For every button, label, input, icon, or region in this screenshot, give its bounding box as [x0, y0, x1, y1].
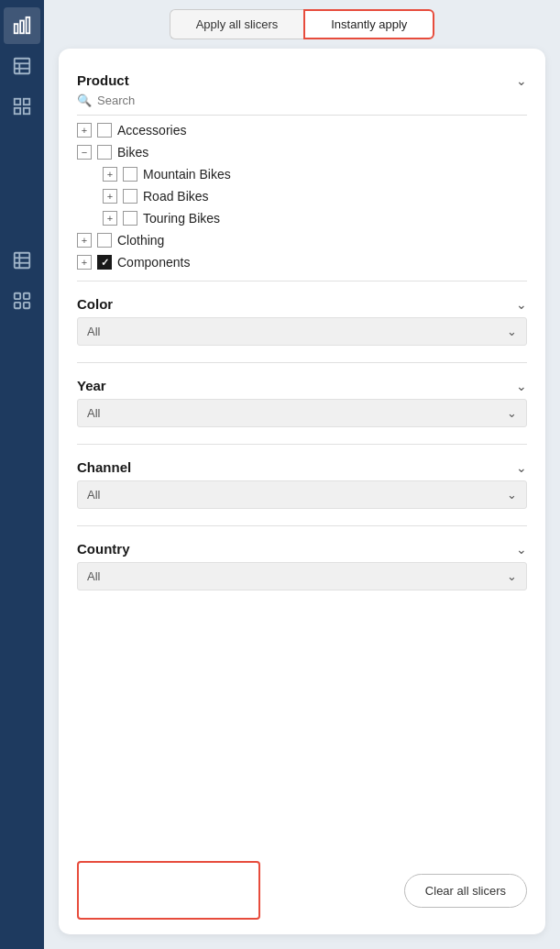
sidebar-item-grid2[interactable]	[4, 282, 40, 319]
year-filter-title: Year	[77, 378, 106, 393]
main-content: Apply all slicers Instantly apply Produc…	[44, 0, 560, 949]
product-title: Product	[77, 72, 129, 88]
svg-rect-17	[15, 303, 20, 308]
sidebar-item-bar-chart[interactable]	[4, 7, 40, 44]
product-section-header[interactable]: Product ⌄	[77, 67, 527, 94]
svg-rect-9	[15, 108, 20, 114]
country-dropdown[interactable]: All ⌄	[77, 562, 527, 590]
label-components: Components	[117, 255, 190, 270]
channel-filter-section: Channel ⌄ All ⌄	[77, 452, 527, 514]
tree-item-bikes: − Bikes	[77, 141, 527, 163]
product-search-row: 🔍	[77, 94, 527, 116]
expand-touring-bikes[interactable]: +	[103, 211, 117, 226]
color-filter-title: Color	[77, 296, 113, 312]
color-chevron: ⌄	[516, 297, 527, 312]
country-dropdown-chevron: ⌄	[507, 569, 517, 583]
country-filter-title: Country	[77, 541, 130, 557]
product-search-input[interactable]	[97, 94, 527, 107]
svg-rect-11	[15, 253, 30, 269]
channel-dropdown[interactable]: All ⌄	[77, 480, 527, 509]
sidebar-item-table[interactable]	[4, 48, 40, 84]
color-filter-header[interactable]: Color ⌄	[77, 289, 527, 317]
year-filter-section: Year ⌄ All ⌄	[77, 370, 527, 433]
svg-rect-2	[27, 17, 30, 33]
svg-rect-7	[15, 99, 20, 105]
label-touring-bikes: Touring Bikes	[143, 211, 220, 226]
svg-rect-18	[24, 303, 29, 308]
tree-item-components: + Components	[77, 251, 527, 273]
checkbox-accessories[interactable]	[97, 123, 112, 138]
tab-instantly-apply[interactable]: Instantly apply	[303, 9, 434, 39]
checkbox-components[interactable]	[97, 255, 112, 270]
tree-item-accessories: + Accessories	[77, 119, 527, 141]
channel-chevron: ⌄	[516, 460, 527, 475]
sidebar	[0, 0, 44, 949]
color-filter-section: Color ⌄ All ⌄	[77, 289, 527, 351]
tree-item-clothing: + Clothing	[77, 229, 527, 251]
tab-bar: Apply all slicers Instantly apply	[44, 0, 560, 39]
sidebar-item-table2[interactable]	[4, 242, 40, 279]
divider-1	[77, 281, 527, 281]
checkbox-clothing[interactable]	[97, 233, 112, 248]
channel-filter-header[interactable]: Channel ⌄	[77, 452, 527, 480]
label-clothing: Clothing	[117, 233, 164, 248]
search-icon: 🔍	[77, 94, 92, 107]
slicers-panel: Product ⌄ 🔍 + Accessories − Bikes + Moun…	[59, 49, 545, 934]
channel-value: All	[87, 488, 100, 502]
checkbox-touring-bikes[interactable]	[123, 211, 137, 226]
checkbox-bikes[interactable]	[97, 145, 112, 160]
svg-rect-3	[15, 59, 30, 74]
product-chevron: ⌄	[516, 73, 527, 88]
label-accessories: Accessories	[117, 123, 186, 138]
label-bikes: Bikes	[117, 145, 148, 160]
year-value: All	[87, 406, 100, 420]
year-dropdown-chevron: ⌄	[507, 406, 517, 420]
expand-accessories[interactable]: +	[77, 123, 92, 138]
sidebar-item-grid[interactable]	[4, 88, 40, 125]
divider-2	[77, 362, 527, 363]
checkbox-road-bikes[interactable]	[123, 189, 137, 204]
color-dropdown-chevron: ⌄	[507, 325, 517, 338]
tab-apply-all[interactable]: Apply all slicers	[170, 9, 304, 39]
country-value: All	[87, 569, 100, 583]
expand-road-bikes[interactable]: +	[103, 189, 117, 204]
color-dropdown[interactable]: All ⌄	[77, 317, 527, 346]
country-chevron: ⌄	[516, 542, 527, 557]
svg-rect-10	[24, 108, 29, 114]
year-chevron: ⌄	[516, 379, 527, 393]
country-filter-section: Country ⌄ All ⌄	[77, 534, 527, 596]
expand-clothing[interactable]: +	[77, 233, 92, 248]
year-filter-header[interactable]: Year ⌄	[77, 370, 527, 399]
label-mountain-bikes: Mountain Bikes	[143, 167, 231, 182]
clear-all-slicers-button[interactable]: Clear all slicers	[404, 874, 527, 908]
expand-mountain-bikes[interactable]: +	[103, 167, 117, 182]
tree-item-road-bikes: + Road Bikes	[77, 185, 527, 207]
red-highlighted-area	[77, 861, 260, 920]
svg-rect-0	[15, 24, 18, 33]
divider-4	[77, 525, 527, 526]
checkbox-mountain-bikes[interactable]	[123, 167, 137, 182]
svg-rect-8	[24, 99, 29, 105]
channel-filter-title: Channel	[77, 459, 131, 475]
divider-3	[77, 444, 527, 445]
expand-bikes[interactable]: −	[77, 145, 92, 160]
color-value: All	[87, 325, 100, 338]
year-dropdown[interactable]: All ⌄	[77, 399, 527, 427]
svg-rect-1	[20, 21, 24, 34]
svg-rect-15	[15, 293, 20, 299]
expand-components[interactable]: +	[77, 255, 92, 270]
tree-item-mountain-bikes: + Mountain Bikes	[77, 163, 527, 185]
channel-dropdown-chevron: ⌄	[507, 488, 517, 502]
label-road-bikes: Road Bikes	[143, 189, 209, 204]
country-filter-header[interactable]: Country ⌄	[77, 534, 527, 562]
svg-rect-16	[24, 293, 29, 299]
tree-item-touring-bikes: + Touring Bikes	[77, 207, 527, 229]
bottom-bar: Clear all slicers	[77, 852, 527, 920]
